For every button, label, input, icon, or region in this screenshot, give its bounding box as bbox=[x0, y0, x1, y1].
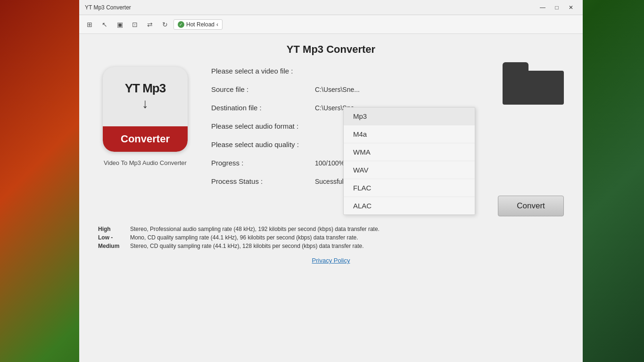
app-window: YT Mp3 Converter — □ ✕ ⊞ ↖ ▣ ⊡ ⇄ ↻ ✓ Hot… bbox=[79, 0, 583, 362]
progress-label: Progress : bbox=[211, 159, 315, 167]
hot-reload-button[interactable]: ✓ Hot Reload ‹ bbox=[173, 19, 223, 30]
minimize-button[interactable]: — bbox=[537, 3, 549, 12]
quality-high-value: Stereo, Professional audio sampling rate… bbox=[130, 226, 564, 232]
audio-format-dropdown[interactable]: Mp3 M4a WMA WAV FLAC ALAC bbox=[343, 107, 475, 215]
logo-bottom: Converter bbox=[103, 126, 188, 152]
logo-converter-label: Converter bbox=[121, 133, 170, 145]
logo-container: YT Mp3 ↓ Converter bbox=[103, 67, 188, 152]
quality-note-high: High Stereo, Professional audio sampling… bbox=[98, 226, 564, 232]
quality-low-key: Low - bbox=[98, 234, 126, 241]
logo-top: YT Mp3 ↓ bbox=[103, 67, 188, 126]
toolbar-icon-5[interactable]: ⇄ bbox=[143, 18, 157, 31]
maximize-button[interactable]: □ bbox=[551, 3, 563, 12]
window-controls: — □ ✕ bbox=[537, 3, 577, 12]
destination-file-label: Destination file : bbox=[211, 104, 315, 112]
app-subtitle: Video To Mp3 Audio Converter bbox=[104, 159, 187, 166]
audio-quality-label: Please select audio quality : bbox=[211, 140, 315, 148]
hot-reload-indicator: ✓ bbox=[178, 21, 184, 28]
toolbar-icon-4[interactable]: ⊡ bbox=[128, 18, 141, 31]
content-area: YT Mp3 ↓ Converter Video To Mp3 Audio Co… bbox=[98, 67, 564, 216]
audio-format-label: Please select audio format : bbox=[211, 122, 315, 130]
dropdown-item-wma[interactable]: WMA bbox=[344, 143, 475, 161]
progress-value: 100/100% bbox=[315, 159, 345, 167]
left-panel: YT Mp3 ↓ Converter Video To Mp3 Audio Co… bbox=[98, 67, 192, 216]
quality-note-low: Low - Mono, CD quality sampling rate (44… bbox=[98, 234, 564, 241]
toolbar-icon-1[interactable]: ⊞ bbox=[83, 18, 96, 31]
quality-notes: High Stereo, Professional audio sampling… bbox=[98, 226, 564, 249]
logo-arrow-icon: ↓ bbox=[142, 96, 149, 111]
toolbar: ⊞ ↖ ▣ ⊡ ⇄ ↻ ✓ Hot Reload ‹ bbox=[79, 15, 583, 34]
logo-text-ytmp3: YT Mp3 bbox=[125, 82, 165, 94]
quality-note-medium: Medium Stereo, CD quality sampling rate … bbox=[98, 243, 564, 249]
toolbar-icon-3[interactable]: ▣ bbox=[113, 18, 126, 31]
hot-reload-chevron: ‹ bbox=[216, 21, 218, 28]
source-file-label: Source file : bbox=[211, 85, 315, 93]
dropdown-item-mp3[interactable]: Mp3 bbox=[344, 107, 475, 125]
toolbar-icon-6[interactable]: ↻ bbox=[158, 18, 172, 31]
dropdown-item-flac[interactable]: FLAC bbox=[344, 179, 475, 197]
main-content: YT Mp3 Converter YT Mp3 ↓ Converter Vide… bbox=[79, 34, 583, 362]
quality-medium-value: Stereo, CD quality sampling rate (44.1 k… bbox=[130, 243, 564, 249]
folder-icon[interactable] bbox=[503, 62, 564, 105]
dropdown-item-m4a[interactable]: M4a bbox=[344, 125, 475, 143]
quality-high-key: High bbox=[98, 226, 126, 232]
quality-low-value: Mono, CD quality sampling rate (44.1 kHz… bbox=[130, 234, 564, 241]
source-file-value: C:\Users\Sne... bbox=[315, 86, 360, 93]
titlebar: YT Mp3 Converter — □ ✕ bbox=[79, 0, 583, 15]
right-panel: Please select a video file : Source file… bbox=[211, 67, 564, 216]
folder-icon-area bbox=[503, 62, 564, 105]
quality-medium-key: Medium bbox=[98, 243, 126, 249]
window-title: YT Mp3 Converter bbox=[85, 4, 131, 11]
close-button[interactable]: ✕ bbox=[565, 3, 577, 12]
dropdown-item-wav[interactable]: WAV bbox=[344, 161, 475, 179]
toolbar-icon-2[interactable]: ↖ bbox=[98, 18, 111, 31]
status-label: Process Status : bbox=[211, 177, 315, 185]
folder-body bbox=[503, 71, 564, 105]
app-title: YT Mp3 Converter bbox=[98, 43, 564, 56]
video-file-label: Please select a video file : bbox=[211, 67, 315, 75]
hot-reload-label: Hot Reload bbox=[186, 21, 215, 28]
dropdown-item-alac[interactable]: ALAC bbox=[344, 197, 475, 214]
privacy-policy-link[interactable]: Privacy Policy bbox=[312, 257, 350, 264]
privacy-policy-area: Privacy Policy bbox=[98, 257, 564, 264]
convert-button[interactable]: Convert bbox=[498, 196, 564, 216]
